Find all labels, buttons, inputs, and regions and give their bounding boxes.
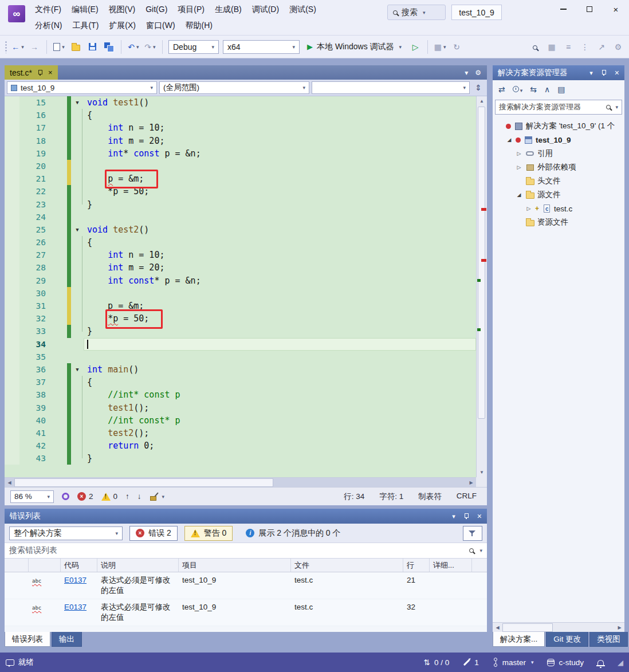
breakpoint-margin[interactable] (5, 439, 19, 452)
breakpoint-margin[interactable] (5, 185, 19, 198)
menu-item[interactable]: 生成(B) (210, 2, 247, 16)
editor-warning-count[interactable]: 0 (101, 492, 118, 501)
solution-horizontal-scrollbar[interactable]: ◀ ▶ (493, 622, 624, 632)
navigate-forward-button[interactable]: → (28, 40, 41, 54)
code-cleanup-button[interactable]: ▾ (150, 492, 165, 501)
error-row[interactable]: abcE0137表达式必须是可修改的左值test_10_9test.c21 (5, 572, 487, 599)
solution-explorer-search[interactable]: 搜索解决方案资源管理器 ▾ (495, 100, 622, 115)
column-header-blank[interactable] (5, 559, 29, 572)
menu-item[interactable]: 窗口(W) (141, 18, 180, 32)
pending-changes-filter-button[interactable]: ▾ (513, 85, 523, 94)
pending-edits-status[interactable]: 1 (463, 658, 479, 667)
chevron-down-icon[interactable]: ▾ (479, 548, 482, 553)
toolbar-grip[interactable] (5, 41, 7, 53)
filter-button[interactable] (463, 526, 482, 541)
horizontal-scrollbar[interactable]: ◀ ▶ (5, 477, 476, 487)
breakpoint-margin[interactable] (5, 198, 19, 211)
code-line-30[interactable]: 30 (5, 287, 476, 300)
chevron-down-icon[interactable]: ▾ (465, 69, 468, 77)
code-line-39[interactable]: 39 test1(); (5, 402, 476, 414)
chevron-down-icon[interactable]: ▾ (452, 513, 455, 520)
breakpoint-margin[interactable] (5, 160, 19, 172)
close-button[interactable]: × (603, 0, 629, 18)
task-list-button[interactable]: ≡ (562, 40, 575, 54)
code-line-43[interactable]: 43} (5, 452, 476, 465)
code-line-18[interactable]: 18 int m = 20; (5, 135, 476, 147)
tree-item[interactable]: 解决方案 'test_10_9' (1 个 (493, 119, 624, 133)
breakpoint-margin[interactable] (5, 261, 19, 274)
scope-dropdown[interactable]: (全局范围) ▾ (159, 81, 309, 94)
scroll-right-button[interactable]: ▶ (466, 478, 476, 487)
messages-toggle-button[interactable]: i展示 2 个消息中的 0 个 (239, 526, 347, 541)
configuration-dropdown[interactable]: Debug▾ (168, 40, 219, 54)
global-search-box[interactable]: 搜索 ▾ (387, 5, 446, 20)
code-line-35[interactable]: 35 (5, 351, 476, 363)
menu-item[interactable]: 文件(F) (30, 2, 66, 16)
breakpoint-margin[interactable] (5, 402, 19, 414)
share-button[interactable]: ↗ (595, 40, 608, 54)
pin-icon[interactable] (463, 513, 470, 520)
chevron-down-icon[interactable]: ▾ (589, 69, 593, 77)
breakpoint-margin[interactable] (5, 452, 19, 465)
column-header-detail[interactable]: 详细... (430, 559, 472, 572)
feedback-button[interactable]: ⚙ (612, 40, 624, 54)
code-line-31[interactable]: 31 p = &m; (5, 300, 476, 312)
breakpoint-margin[interactable] (5, 172, 19, 185)
expander-icon[interactable]: ◢ (506, 137, 513, 143)
tree-item[interactable]: 头文件 (493, 174, 624, 188)
scroll-up-button[interactable]: ▲ (477, 96, 487, 106)
navbar-splitter-button[interactable]: ⇕ (472, 81, 485, 94)
code-line-19[interactable]: 19 int* const p = &n; (5, 147, 476, 160)
breakpoint-margin[interactable] (5, 376, 19, 388)
code-line-16[interactable]: 16{ (5, 109, 476, 121)
git-branch-selector[interactable]: master▾ (493, 658, 534, 667)
navigate-back-button[interactable]: ←▾ (11, 40, 24, 54)
column-header-category[interactable] (29, 559, 61, 572)
code-line-40[interactable]: 40 //int const* p (5, 414, 476, 427)
code-line-38[interactable]: 38 //int* const p (5, 388, 476, 401)
panel-tab[interactable]: 类视图 (589, 632, 628, 647)
menu-item[interactable]: 编辑(E) (66, 2, 104, 16)
pin-icon[interactable] (600, 69, 607, 76)
platform-dropdown[interactable]: x64▾ (223, 40, 300, 54)
breakpoint-margin[interactable] (5, 325, 19, 337)
code-line-15[interactable]: 15▼void test1() (5, 96, 476, 109)
breakpoint-margin[interactable] (5, 211, 19, 223)
zoom-dropdown[interactable]: 86 %▾ (10, 490, 54, 503)
breakpoint-margin[interactable] (5, 338, 19, 351)
code-line-17[interactable]: 17 int n = 10; (5, 121, 476, 134)
maximize-button[interactable] (576, 0, 603, 18)
code-line-26[interactable]: 26{ (5, 236, 476, 249)
close-icon[interactable]: × (477, 512, 482, 521)
scrollbar-thumb[interactable] (478, 107, 485, 419)
code-line-27[interactable]: 27 int n = 10; (5, 249, 476, 261)
tree-item[interactable]: 资源文件 (493, 215, 624, 229)
code-editor[interactable]: 15▼void test1()16{17 int n = 10;18 int m… (5, 96, 487, 477)
expander-icon[interactable]: ▷ (516, 164, 522, 170)
breakpoint-margin[interactable] (5, 121, 19, 134)
code-line-33[interactable]: 33} (5, 325, 476, 337)
panel-tab[interactable]: 解决方案... (493, 632, 545, 647)
resize-grip-icon[interactable]: ◢ (618, 658, 623, 667)
next-issue-button[interactable]: ↓ (137, 492, 141, 501)
editor-error-count[interactable]: ×2 (77, 492, 93, 501)
find-in-files-button[interactable] (529, 40, 541, 54)
breakpoint-margin[interactable] (5, 312, 19, 325)
breakpoint-margin[interactable] (5, 135, 19, 147)
close-icon[interactable]: × (615, 68, 619, 77)
breakpoint-margin[interactable] (5, 249, 19, 261)
breakpoint-margin[interactable] (5, 236, 19, 249)
toolbar-options-button[interactable]: ⋮ (579, 40, 591, 54)
collapse-all-button[interactable]: ∧ (544, 85, 550, 94)
code-line-41[interactable]: 41 test2(); (5, 427, 476, 439)
menu-item[interactable]: 测试(S) (284, 2, 321, 16)
feedback-icon[interactable] (6, 659, 14, 666)
minimize-button[interactable] (550, 0, 576, 18)
breakpoint-margin[interactable] (5, 274, 19, 287)
menu-item[interactable]: 项目(P) (172, 2, 210, 16)
error-row[interactable]: abcE0137表达式必须是可修改的左值test_10_9test.c32 (5, 599, 487, 626)
breakpoint-margin[interactable] (5, 351, 19, 363)
code-line-24[interactable]: 24 (5, 211, 476, 223)
code-line-25[interactable]: 25▼void test2() (5, 223, 476, 236)
attach-button[interactable]: ▦▾ (434, 40, 446, 54)
